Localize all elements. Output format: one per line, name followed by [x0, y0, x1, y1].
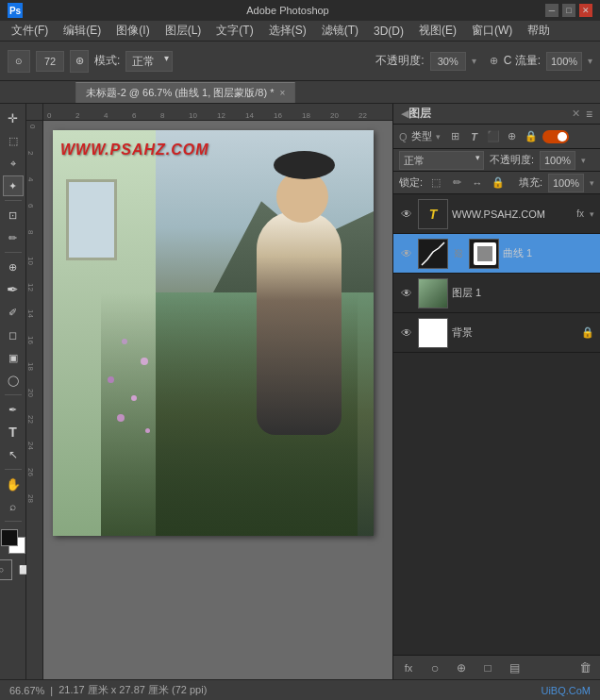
brush-size-input[interactable]: 72: [36, 51, 64, 72]
layer-fx-arrow[interactable]: ▾: [590, 209, 594, 219]
layer-visibility-photo[interactable]: 👁: [399, 286, 414, 301]
layer-chain-icon[interactable]: ⛓: [452, 247, 465, 260]
menu-image[interactable]: 图像(I): [108, 21, 157, 41]
window-controls[interactable]: ─ □ ✕: [545, 4, 592, 17]
brush-preset-picker[interactable]: ⊙: [8, 50, 30, 73]
layer-item-text[interactable]: 👁 T WWW.PSAHZ.COM fx ▾: [393, 194, 600, 234]
magic-wand-btn[interactable]: ✦: [3, 175, 24, 196]
text-tool-btn[interactable]: T: [3, 422, 24, 442]
add-mask-btn[interactable]: ○: [425, 658, 444, 677]
filter-dropdown-arrow[interactable]: ▾: [436, 132, 441, 142]
menu-window[interactable]: 窗口(W): [464, 21, 520, 41]
color-swatches[interactable]: [1, 529, 25, 554]
menu-type[interactable]: 文字(T): [208, 21, 260, 41]
menu-help[interactable]: 帮助: [520, 21, 558, 41]
ruler-tick-4: 4: [104, 111, 132, 120]
layer-item-background[interactable]: 👁 背景 🔒: [393, 313, 600, 353]
panel-menu-btn[interactable]: ≡: [586, 108, 592, 121]
delete-layer-btn[interactable]: 🗑: [575, 658, 594, 677]
crop-tool-btn[interactable]: ⊡: [3, 205, 24, 225]
toolbar-separator-4: [5, 469, 22, 470]
brush-toggle[interactable]: ⊛: [70, 50, 89, 73]
filter-toggle[interactable]: [542, 130, 569, 143]
canvas-background[interactable]: WWW.PSAHZ.COM: [43, 121, 392, 679]
add-fx-btn[interactable]: fx: [399, 658, 418, 677]
path-select-btn[interactable]: ↖: [3, 444, 24, 465]
layer-opacity-value[interactable]: 100%: [540, 151, 575, 170]
menu-file[interactable]: 文件(F): [4, 21, 56, 41]
new-layer-btn[interactable]: ▤: [505, 658, 524, 677]
layer-item-photo[interactable]: 👁 图层 1: [393, 274, 600, 313]
vruler-22: 22: [26, 415, 42, 442]
filter-lock-btn[interactable]: 🔒: [524, 129, 539, 144]
house-window: [66, 179, 117, 260]
layer-blend-select[interactable]: 正常: [399, 151, 484, 170]
minimize-btn[interactable]: ─: [545, 4, 558, 17]
menu-view[interactable]: 视图(E): [411, 21, 464, 41]
layers-panel-header: ◀ 图层 ✕ ≡: [393, 104, 600, 125]
eraser-btn[interactable]: ◻: [3, 325, 24, 345]
lock-position-btn[interactable]: ↔: [470, 175, 485, 191]
menu-select[interactable]: 选择(S): [261, 21, 314, 41]
vruler-20: 20: [26, 389, 42, 415]
ruler-tick-0: 0: [47, 111, 75, 120]
panel-collapse-btn[interactable]: ◀: [401, 108, 408, 120]
toolbar-separator-2: [5, 252, 22, 253]
document-tab[interactable]: 未标题-2 @ 66.7% (曲线 1, 图层蒙版/8) * ×: [75, 82, 295, 103]
pen-tool-btn[interactable]: ✒: [3, 399, 24, 420]
layer-fx-btn[interactable]: fx: [576, 208, 584, 219]
blend-mode-wrap[interactable]: 正常: [125, 51, 173, 72]
foreground-color-swatch[interactable]: [1, 529, 18, 546]
filter-smart-btn[interactable]: ⊕: [505, 129, 520, 144]
flow-input[interactable]: [546, 52, 582, 71]
quick-mask-btn[interactable]: ○: [0, 559, 12, 580]
close-btn[interactable]: ✕: [579, 4, 592, 17]
filter-pixel-btn[interactable]: ⊞: [448, 129, 463, 144]
vruler-10: 10: [26, 257, 42, 283]
menu-3d[interactable]: 3D(D): [366, 23, 411, 40]
menu-layer[interactable]: 图层(L): [158, 21, 209, 41]
new-group-btn[interactable]: □: [478, 658, 497, 677]
fill-arrow[interactable]: ▾: [590, 178, 594, 188]
menu-edit[interactable]: 编辑(E): [56, 21, 108, 41]
new-adjustment-btn[interactable]: ⊕: [452, 658, 471, 677]
layer-opacity-arrow[interactable]: ▾: [581, 156, 586, 165]
lasso-tool-btn[interactable]: ⌖: [3, 153, 24, 174]
dodge-btn[interactable]: ◯: [3, 370, 24, 391]
layer-blend-mode-wrap[interactable]: 正常: [399, 151, 484, 170]
opacity-input[interactable]: [430, 52, 466, 71]
layer-visibility-bg[interactable]: 👁: [399, 325, 414, 341]
maximize-btn[interactable]: □: [562, 4, 575, 17]
hand-tool-btn[interactable]: ✋: [3, 474, 24, 494]
brush-tool-btn[interactable]: ✒: [3, 279, 24, 300]
canvas-document[interactable]: WWW.PSAHZ.COM: [53, 130, 374, 536]
clone-stamp-btn[interactable]: ✐: [3, 302, 24, 323]
menu-bar: 文件(F) 编辑(E) 图像(I) 图层(L) 文字(T) 选择(S) 滤镜(T…: [0, 21, 600, 42]
ruler-tick-2: 2: [75, 111, 104, 120]
lock-all-btn[interactable]: 🔒: [491, 175, 506, 191]
layer-visibility-text[interactable]: 👁: [399, 207, 414, 222]
opacity-arrow[interactable]: ▾: [472, 56, 476, 66]
menu-filter[interactable]: 滤镜(T): [314, 21, 366, 41]
lock-pixels-btn[interactable]: ⬚: [428, 175, 443, 191]
healing-brush-btn[interactable]: ⊕: [3, 257, 24, 277]
layer-item-curves[interactable]: 👁 ⛓ 曲线 1: [393, 234, 600, 274]
flow-arrow[interactable]: ▾: [588, 56, 592, 66]
background-lock-icon: 🔒: [581, 326, 594, 339]
selection-tool-btn[interactable]: ⬚: [3, 130, 24, 151]
layer-visibility-curves[interactable]: 👁: [399, 246, 414, 261]
filter-text-btn[interactable]: T: [467, 129, 482, 144]
fill-value[interactable]: 100%: [548, 174, 584, 192]
blend-mode-select[interactable]: 正常: [125, 51, 173, 72]
vruler-6: 6: [26, 204, 42, 230]
gradient-btn[interactable]: ▣: [3, 347, 24, 368]
tab-close-btn[interactable]: ×: [279, 88, 285, 98]
zoom-tool-btn[interactable]: ⌕: [3, 496, 24, 517]
lock-paint-btn[interactable]: ✏: [449, 175, 464, 191]
eyedropper-btn[interactable]: ✏: [3, 227, 24, 248]
layer-thumb-bg: [418, 318, 448, 348]
panel-close-btn[interactable]: ✕: [572, 108, 580, 120]
move-tool-btn[interactable]: ✛: [3, 108, 24, 128]
filter-shape-btn[interactable]: ⬛: [486, 129, 501, 144]
vruler-24: 24: [26, 442, 42, 468]
